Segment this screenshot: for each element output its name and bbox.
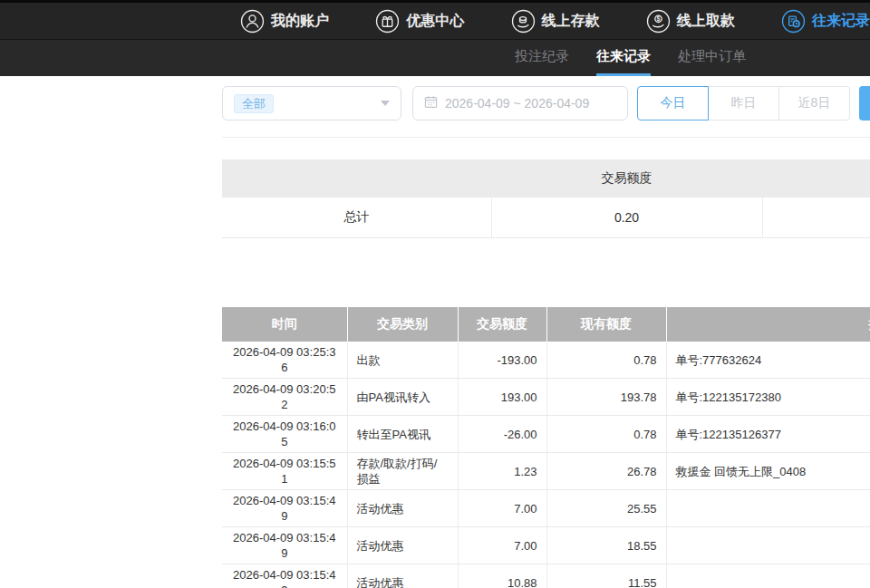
summary-header-empty [222,159,491,198]
cell-amount: 7.00 [458,490,546,527]
calendar-icon [424,95,438,112]
cell-time: 2026-04-09 03:15:49 [222,564,347,588]
tab-transaction-records[interactable]: 往来记录 [596,40,651,76]
cell-time: 2026-04-09 03:15:49 [222,490,347,527]
cell-type: 活动优惠 [347,490,458,527]
cell-balance: 0.78 [546,416,666,453]
table-row: 2026-04-09 03:15:49 活动优惠 7.00 25.55 [222,490,870,527]
user-icon [240,9,265,34]
table-row: 2026-04-09 03:15:49 活动优惠 10.88 11.55 [222,564,870,588]
cell-type: 转出至PA视讯 [347,416,458,453]
table-row: 2026-04-09 03:16:05 转出至PA视讯 -26.00 0.78 … [222,416,870,453]
cell-type: 活动优惠 [347,527,458,564]
cell-balance: 26.78 [546,453,666,490]
cell-amount: 10.88 [458,564,546,588]
col-header-balance: 现有额度 [546,307,666,342]
cell-summary [666,564,870,588]
date-range-value: 2026-04-09 ~ 2026-04-09 [445,96,589,111]
cell-summary: 单号:777632624 [666,342,870,379]
col-header-time: 时间 [222,307,347,342]
chevron-down-icon [381,101,390,106]
cell-time: 2026-04-09 03:25:36 [222,342,347,379]
col-header-amount: 交易额度 [458,307,546,342]
section-divider [222,137,870,138]
nav-item-online-withdrawal[interactable]: $ 线上取款 [646,9,735,34]
cell-amount: 1.23 [458,453,546,490]
summary-header-amount: 交易额度 [491,159,762,198]
today-button[interactable]: 今日 [637,86,709,120]
cell-balance: 11.55 [546,564,666,588]
nav-item-promotions[interactable]: 优惠中心 [375,9,464,34]
nav-item-online-deposit[interactable]: 线上存款 [511,9,600,34]
nav-item-label: 优惠中心 [406,12,464,31]
table-row: 2026-04-09 03:25:36 出款 -193.00 0.78 单号:7… [222,342,870,379]
filter-row: 全部 2026-04-09 ~ 2026-04-09 今日 昨日 近8日 [222,86,870,120]
summary-total-row: 总计 0.20 [222,198,870,238]
summary-header-empty [762,159,870,198]
gift-icon [375,9,400,34]
summary-header-row: 交易额度 [222,159,870,198]
last-8-days-button[interactable]: 近8日 [778,86,850,120]
date-range-input[interactable]: 2026-04-09 ~ 2026-04-09 [412,86,628,120]
yesterday-button[interactable]: 昨日 [708,86,779,120]
cell-balance: 193.78 [546,379,666,416]
deposit-icon [511,9,536,34]
cell-balance: 25.55 [546,490,666,527]
tab-processing-orders[interactable]: 处理中订单 [678,40,746,76]
cell-summary [666,490,870,527]
top-navigation: 我的账户 优惠中心 线上存款 $ 线 [0,3,870,40]
summary-total-label: 总计 [222,198,491,238]
records-icon [781,9,806,34]
type-select[interactable]: 全部 [222,86,401,120]
nav-item-my-account[interactable]: 我的账户 [240,9,329,34]
nav-item-label: 我的账户 [271,12,329,31]
summary-table: 交易额度 总计 0.20 [222,159,870,238]
cell-type: 存款/取款/打码/损益 [347,453,458,490]
cell-balance: 0.78 [546,342,666,379]
cell-balance: 18.55 [546,527,666,564]
quick-date-button-group: 今日 昨日 近8日 [637,86,850,120]
cell-amount: -26.00 [458,416,546,453]
secondary-tab-bar: 投注纪录 往来记录 处理中订单 [0,40,870,76]
table-row: 2026-04-09 03:15:51 存款/取款/打码/损益 1.23 26.… [222,453,870,490]
svg-text:$: $ [656,15,660,23]
cell-amount: 7.00 [458,527,546,564]
records-header-row: 时间 交易类别 交易额度 现有额度 摘要 [222,307,870,342]
records-table: 时间 交易类别 交易额度 现有额度 摘要 2026-04-09 03:25:36… [222,307,870,588]
main-content: 全部 2026-04-09 ~ 2026-04-09 今日 昨日 近8日 [222,86,870,588]
cell-amount: -193.00 [458,342,546,379]
summary-total-value: 0.20 [491,198,762,238]
table-row: 2026-04-09 03:20:52 由PA视讯转入 193.00 193.7… [222,379,870,416]
nav-item-label: 线上取款 [677,12,735,31]
selected-type-tag[interactable]: 全部 [234,94,274,113]
col-header-summary: 摘要 [666,307,870,342]
query-button[interactable] [859,86,870,120]
withdraw-icon: $ [646,9,671,34]
nav-item-label: 线上存款 [542,12,600,31]
cell-summary: 单号:122135172380 [666,379,870,416]
cell-time: 2026-04-09 03:15:49 [222,527,347,564]
nav-item-transaction-records[interactable]: 往来记录 [781,9,870,34]
cell-type: 由PA视讯转入 [347,379,458,416]
cell-time: 2026-04-09 03:15:51 [222,453,347,490]
col-header-type: 交易类别 [347,307,458,342]
cell-summary [666,527,870,564]
cell-type: 活动优惠 [347,564,458,588]
cell-amount: 193.00 [458,379,546,416]
tab-betting-records[interactable]: 投注纪录 [515,40,569,76]
nav-item-label: 往来记录 [812,12,870,31]
table-row: 2026-04-09 03:15:49 活动优惠 7.00 18.55 [222,527,870,564]
cell-type: 出款 [347,342,458,379]
cell-summary: 单号:122135126377 [666,416,870,453]
cell-time: 2026-04-09 03:16:05 [222,416,347,453]
cell-time: 2026-04-09 03:20:52 [222,379,347,416]
summary-empty-cell [762,198,870,238]
cell-summary: 救援金 回馈无上限_0408 [666,453,870,490]
